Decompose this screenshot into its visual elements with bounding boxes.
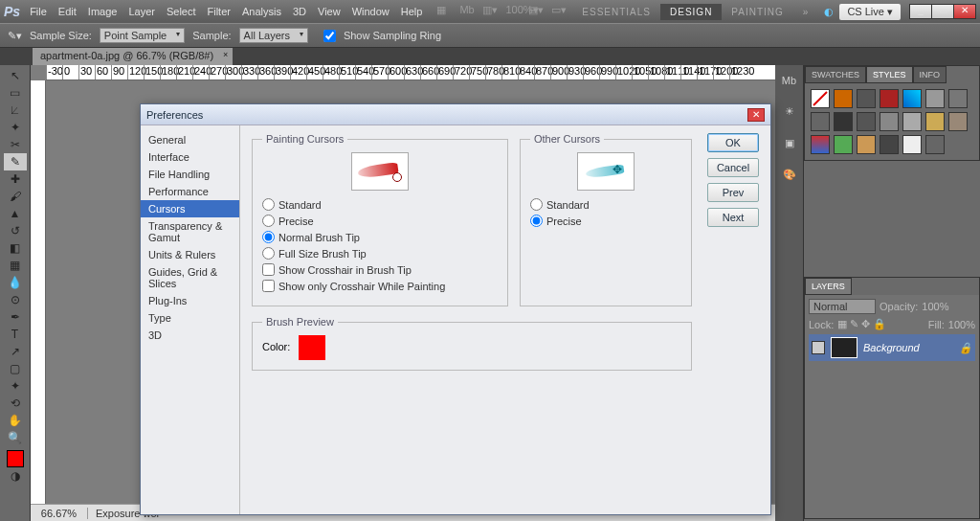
style-swatch[interactable]	[925, 112, 945, 131]
zoom-level[interactable]: 100%▾	[505, 4, 523, 19]
menu-layer[interactable]: Layer	[128, 6, 155, 17]
tab-close-icon[interactable]: ×	[223, 50, 228, 59]
document-tab[interactable]: apartment-0a.jpg @ 66.7% (RGB/8#)×	[33, 48, 233, 65]
masks-icon[interactable]: ▣	[785, 137, 794, 149]
tab-styles[interactable]: STYLES	[866, 66, 913, 83]
pref-nav-item[interactable]: Cursors	[141, 200, 239, 217]
next-button[interactable]: Next	[707, 208, 759, 227]
visibility-icon[interactable]	[812, 341, 825, 354]
pref-nav-item[interactable]: Guides, Grid & Slices	[141, 263, 239, 292]
pen-tool[interactable]: ✒	[4, 308, 27, 326]
style-swatch[interactable]	[948, 89, 968, 108]
style-swatch[interactable]	[902, 135, 922, 154]
menu-file[interactable]: File	[30, 6, 47, 17]
style-swatch[interactable]	[880, 135, 899, 154]
eraser-tool[interactable]: ◧	[4, 239, 27, 257]
pref-nav-item[interactable]: Transparency & Gamut	[141, 217, 239, 246]
style-swatch[interactable]	[880, 112, 899, 131]
menu-image[interactable]: Image	[88, 6, 118, 17]
blend-mode-dropdown[interactable]: Normal	[809, 299, 876, 314]
dialog-titlebar[interactable]: Preferences ✕	[141, 104, 770, 125]
dialog-close-icon[interactable]: ✕	[747, 108, 765, 122]
sample-dropdown[interactable]: All Layers	[239, 28, 308, 43]
pref-nav-item[interactable]: Interface	[141, 148, 239, 166]
check-crosshair-only[interactable]	[262, 280, 275, 292]
cancel-button[interactable]: Cancel	[707, 158, 759, 177]
type-tool[interactable]: T	[4, 326, 27, 343]
marquee-tool[interactable]: ▭	[4, 84, 27, 102]
palette-icon[interactable]: 🎨	[783, 169, 796, 181]
fill-value[interactable]: 100%	[948, 319, 975, 330]
prev-button[interactable]: Prev	[707, 183, 759, 202]
extras-icon[interactable]: ▥▾	[482, 4, 500, 19]
style-swatch[interactable]	[857, 89, 876, 108]
pref-nav-item[interactable]: Performance	[141, 183, 239, 200]
menu-filter[interactable]: Filter	[208, 6, 231, 17]
workspace-more-icon[interactable]: »	[793, 4, 819, 20]
radio-full-tip[interactable]	[262, 247, 275, 260]
zoom-display[interactable]: 66.67%	[31, 508, 88, 519]
layer-row[interactable]: Background 🔒	[809, 334, 975, 361]
ok-button[interactable]: OK	[707, 133, 759, 152]
radio-normal-tip[interactable]	[262, 231, 275, 243]
mb-icon[interactable]: Mb	[782, 75, 796, 86]
style-swatch[interactable]	[948, 112, 968, 131]
pref-nav-item[interactable]: File Handling	[141, 166, 239, 183]
sample-size-dropdown[interactable]: Point Sample	[100, 28, 185, 43]
lasso-tool[interactable]: ⟀	[4, 102, 27, 119]
check-crosshair-tip[interactable]	[262, 263, 275, 276]
lock-icons[interactable]: ▦ ✎ ✥ 🔒	[837, 318, 886, 330]
workspace-essentials[interactable]: ESSENTIALS	[572, 4, 660, 20]
menu-analysis[interactable]: Analysis	[242, 6, 281, 17]
radio-precise[interactable]	[262, 215, 275, 227]
quick-select-tool[interactable]: ✦	[4, 119, 27, 136]
blur-tool[interactable]: 💧	[4, 274, 27, 291]
style-swatch[interactable]	[902, 112, 922, 131]
stamp-tool[interactable]: ▲	[4, 205, 27, 222]
radio-other-standard[interactable]	[530, 198, 543, 211]
heal-tool[interactable]: ✚	[4, 170, 27, 188]
pref-nav-item[interactable]: Type	[141, 309, 239, 327]
brush-tool[interactable]: 🖌	[4, 188, 27, 205]
pref-nav-item[interactable]: 3D	[141, 327, 239, 344]
launch-bridge-icon[interactable]: ▦	[436, 4, 454, 19]
maximize-button[interactable]: ▭	[931, 4, 954, 19]
3d-cam-tool[interactable]: ⟲	[4, 395, 27, 412]
mini-bridge-icon[interactable]: Mb	[459, 4, 477, 19]
adjustments-icon[interactable]: ☀	[785, 105, 794, 118]
screen-mode-icon[interactable]: ▭▾	[551, 4, 568, 19]
style-swatch[interactable]	[834, 112, 853, 131]
style-swatch[interactable]	[857, 112, 876, 131]
style-swatch[interactable]	[880, 89, 899, 108]
pref-nav-item[interactable]: Plug-Ins	[141, 292, 239, 309]
tab-layers[interactable]: LAYERS	[805, 278, 852, 295]
pref-nav-item[interactable]: General	[141, 131, 239, 148]
radio-standard[interactable]	[262, 198, 275, 211]
style-swatch[interactable]	[834, 135, 853, 154]
style-swatch[interactable]	[811, 135, 830, 154]
shape-tool[interactable]: ▢	[4, 360, 27, 377]
menu-help[interactable]: Help	[401, 6, 423, 17]
gradient-tool[interactable]: ▦	[4, 257, 27, 274]
style-swatch[interactable]	[834, 89, 853, 108]
tab-swatches[interactable]: SWATCHES	[805, 66, 866, 83]
3d-tool[interactable]: ✦	[4, 377, 27, 395]
path-select-tool[interactable]: ↗	[4, 343, 27, 360]
minimize-button[interactable]: _	[909, 4, 932, 19]
workspace-painting[interactable]: PAINTING	[722, 4, 792, 20]
quickmask-tool[interactable]: ◑	[4, 467, 27, 485]
style-swatch[interactable]	[902, 89, 922, 108]
zoom-tool[interactable]: 🔍	[4, 429, 27, 446]
workspace-design[interactable]: DESIGN	[660, 4, 722, 20]
hand-tool[interactable]: ✋	[4, 412, 27, 429]
radio-other-precise[interactable]	[530, 215, 543, 227]
menu-edit[interactable]: Edit	[58, 6, 77, 17]
eyedropper-tool[interactable]: ✎	[4, 153, 27, 170]
crop-tool[interactable]: ✂	[4, 136, 27, 153]
menu-3d[interactable]: 3D	[293, 6, 306, 17]
arrange-icon[interactable]: ▤▾	[528, 4, 546, 19]
brush-preview-color[interactable]	[299, 335, 325, 360]
tab-info[interactable]: INFO	[913, 66, 947, 83]
menu-select[interactable]: Select	[167, 6, 196, 17]
pref-nav-item[interactable]: Units & Rulers	[141, 246, 239, 263]
